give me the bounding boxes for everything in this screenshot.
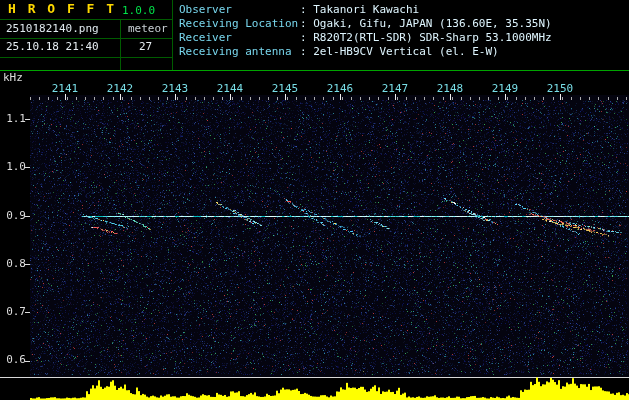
hrofft-output-image: H R O F F T 1.0.0 2510182140.png meteor … [0, 0, 629, 400]
output-filename: 2510182140.png [6, 23, 99, 35]
header-column-divider [120, 19, 121, 70]
time-tick-label: 2141 [50, 83, 80, 95]
info-row: Receiving Location : Ogaki, Gifu, JAPAN … [179, 18, 552, 32]
info-label-antenna: Receiving antenna [179, 46, 300, 60]
time-tick-label: 2143 [160, 83, 190, 95]
time-tick-label: 2144 [215, 83, 245, 95]
app-version: 1.0.0 [122, 5, 155, 17]
time-tick-label: 2147 [380, 83, 410, 95]
header-bottom-border [0, 70, 629, 71]
info-value-receiver: : R820T2(RTL-SDR) SDR-Sharp 53.1000MHz [300, 32, 552, 46]
time-tick-label: 2142 [105, 83, 135, 95]
info-value-observer: : Takanori Kawachi [300, 4, 419, 18]
y-axis-unit-label: kHz [3, 72, 23, 84]
time-tick-label: 2149 [490, 83, 520, 95]
info-label-observer: Observer [179, 4, 300, 18]
info-label-location: Receiving Location [179, 18, 300, 32]
timestamp: 25.10.18 21:40 [6, 41, 99, 53]
header-divider [0, 38, 172, 39]
mode-label: meteor [128, 23, 168, 35]
time-tick-label: 2150 [545, 83, 575, 95]
y-tick-label: 0.6 [0, 354, 26, 366]
y-tick-label: 0.8 [0, 258, 26, 270]
info-row: Receiver : R820T2(RTL-SDR) SDR-Sharp 53.… [179, 32, 552, 46]
time-tick-label: 2145 [270, 83, 300, 95]
header-column-divider [172, 0, 173, 70]
info-label-receiver: Receiver [179, 32, 300, 46]
header-divider [0, 19, 172, 20]
info-row: Observer : Takanori Kawachi [179, 4, 552, 18]
y-tick-label: 1.0 [0, 161, 26, 173]
info-value-location: : Ogaki, Gifu, JAPAN (136.60E, 35.35N) [300, 18, 552, 32]
y-tick-label: 0.9 [0, 210, 26, 222]
info-value-antenna: : 2el-HB9CV Vertical (el. E-W) [300, 46, 499, 60]
y-tick-label: 0.7 [0, 306, 26, 318]
time-tick-label: 2146 [325, 83, 355, 95]
meteor-count: 27 [139, 41, 152, 53]
info-row: Receiving antenna : 2el-HB9CV Vertical (… [179, 46, 552, 60]
observer-info-panel: Observer : Takanori Kawachi Receiving Lo… [179, 4, 552, 60]
spectrogram-canvas [0, 0, 629, 400]
app-title: H R O F F T [8, 3, 116, 15]
header-divider [0, 57, 172, 58]
time-tick-label: 2148 [435, 83, 465, 95]
y-tick-label: 1.1 [0, 113, 26, 125]
